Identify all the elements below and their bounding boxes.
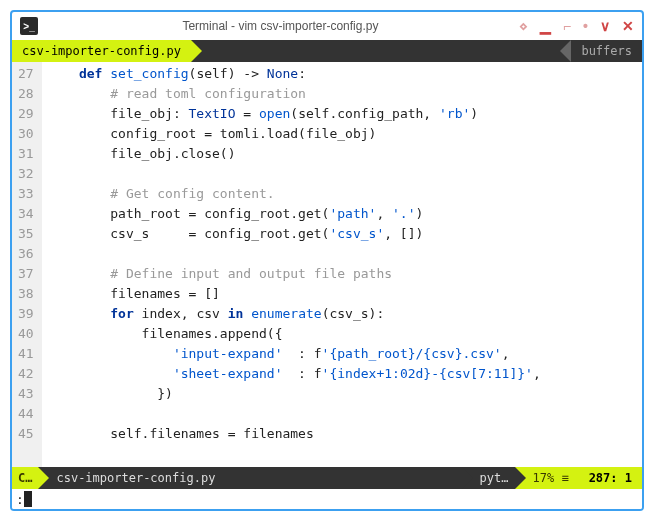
status-position: 287: 1 bbox=[579, 467, 642, 489]
code-line[interactable]: def set_config(self) -> None: bbox=[48, 64, 636, 84]
code-line[interactable]: }) bbox=[48, 384, 636, 404]
terminal-app-icon: >_ bbox=[20, 17, 38, 35]
code-line[interactable]: config_root = tomli.load(file_obj) bbox=[48, 124, 636, 144]
line-number: 31 bbox=[18, 144, 34, 164]
line-number: 39 bbox=[18, 304, 34, 324]
code-editor[interactable]: 27282930313233343536373839404142434445 d… bbox=[12, 62, 642, 467]
code-line[interactable] bbox=[48, 404, 636, 424]
status-mode: C… bbox=[12, 467, 38, 489]
code-line[interactable] bbox=[48, 164, 636, 184]
line-number: 28 bbox=[18, 84, 34, 104]
code-line[interactable]: filenames = [] bbox=[48, 284, 636, 304]
line-number: 34 bbox=[18, 204, 34, 224]
status-percent: 17% ≡ bbox=[515, 467, 579, 489]
line-number: 42 bbox=[18, 364, 34, 384]
command-line[interactable]: : bbox=[12, 489, 642, 509]
code-line[interactable] bbox=[48, 244, 636, 264]
line-number: 38 bbox=[18, 284, 34, 304]
line-number: 43 bbox=[18, 384, 34, 404]
line-number: 33 bbox=[18, 184, 34, 204]
line-number: 40 bbox=[18, 324, 34, 344]
minimize-icon[interactable]: ▁ bbox=[540, 18, 551, 34]
line-number: 30 bbox=[18, 124, 34, 144]
status-filename: csv-importer-config.py bbox=[38, 467, 461, 489]
terminal-window: >_ Terminal - vim csv-importer-config.py… bbox=[10, 10, 644, 511]
titlebar: >_ Terminal - vim csv-importer-config.py… bbox=[12, 12, 642, 40]
line-number: 35 bbox=[18, 224, 34, 244]
cursor bbox=[24, 491, 32, 507]
active-tab[interactable]: csv-importer-config.py bbox=[12, 40, 191, 62]
line-number: 45 bbox=[18, 424, 34, 444]
line-number: 44 bbox=[18, 404, 34, 424]
code-line[interactable]: for index, csv in enumerate(csv_s): bbox=[48, 304, 636, 324]
code-line[interactable]: # Get config content. bbox=[48, 184, 636, 204]
code-line[interactable]: filenames.append({ bbox=[48, 324, 636, 344]
code-line[interactable]: # Define input and output file paths bbox=[48, 264, 636, 284]
buffer-tabbar: csv-importer-config.py buffers bbox=[12, 40, 642, 62]
code-line[interactable]: 'input-expand' : f'{path_root}/{csv}.csv… bbox=[48, 344, 636, 364]
keep-above-icon[interactable]: ⋄ bbox=[519, 18, 528, 34]
line-number: 32 bbox=[18, 164, 34, 184]
maximize-icon[interactable]: ⌐ bbox=[563, 18, 571, 34]
dot-icon[interactable]: • bbox=[583, 18, 588, 34]
code-line[interactable]: csv_s = config_root.get('csv_s', []) bbox=[48, 224, 636, 244]
line-number: 29 bbox=[18, 104, 34, 124]
statusbar: C… csv-importer-config.py pyt… 17% ≡ 287… bbox=[12, 467, 642, 489]
line-number: 27 bbox=[18, 64, 34, 84]
line-number-gutter: 27282930313233343536373839404142434445 bbox=[12, 62, 42, 467]
line-number: 37 bbox=[18, 264, 34, 284]
buffers-label[interactable]: buffers bbox=[571, 40, 642, 62]
window-title: Terminal - vim csv-importer-config.py bbox=[42, 19, 519, 33]
code-line[interactable]: file_obj: TextIO = open(self.config_path… bbox=[48, 104, 636, 124]
window-controls: ⋄ ▁ ⌐ • ∨ ✕ bbox=[519, 18, 634, 34]
code-line[interactable]: file_obj.close() bbox=[48, 144, 636, 164]
close-icon[interactable]: ✕ bbox=[622, 18, 634, 34]
code-line[interactable]: self.filenames = filenames bbox=[48, 424, 636, 444]
code-line[interactable]: 'sheet-expand' : f'{index+1:02d}-{csv[7:… bbox=[48, 364, 636, 384]
code-line[interactable]: # read toml configuration bbox=[48, 84, 636, 104]
line-number: 41 bbox=[18, 344, 34, 364]
line-number: 36 bbox=[18, 244, 34, 264]
cmdline-prompt: : bbox=[16, 492, 24, 507]
code-area[interactable]: def set_config(self) -> None: # read tom… bbox=[42, 62, 642, 467]
shade-icon[interactable]: ∨ bbox=[600, 18, 610, 34]
code-line[interactable]: path_root = config_root.get('path', '.') bbox=[48, 204, 636, 224]
